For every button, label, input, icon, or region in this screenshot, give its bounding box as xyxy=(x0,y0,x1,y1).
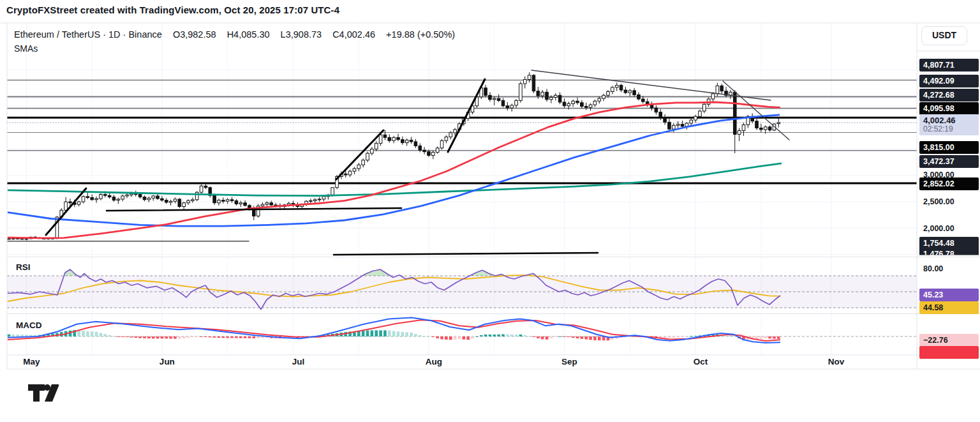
month-label-jun: Jun xyxy=(160,357,175,366)
macd-pane-label[interactable]: MACD xyxy=(16,320,42,330)
price-label: 3,472.37 xyxy=(919,155,979,168)
price-label: 2,852.02 xyxy=(919,177,979,190)
price-label: 2,500.00 xyxy=(919,195,979,208)
month-label-oct: Oct xyxy=(694,357,708,366)
ohlc-change: +19.88 (+0.50%) xyxy=(386,29,455,40)
price-label: −22.76 xyxy=(919,334,979,347)
chart-legend[interactable]: Ethereum / TetherUS · 1D · Binance O3,98… xyxy=(14,29,463,40)
month-label-aug: Aug xyxy=(426,357,442,366)
month-label-may: May xyxy=(23,357,40,366)
ohlc-low: L3,908.73 xyxy=(281,29,322,40)
last-price-value: 4,002.46 xyxy=(923,116,979,125)
currency-toggle-button[interactable]: USDT xyxy=(921,26,967,45)
credit-line: CryptoFXStreet created with TradingView.… xyxy=(6,4,339,15)
macd-value-badge xyxy=(919,346,979,359)
rsi-pane-label[interactable]: RSI xyxy=(16,262,31,272)
ohlc-close: C4,002.46 xyxy=(332,29,375,40)
ohlc-high: H4,085.30 xyxy=(227,29,270,40)
price-label: 44.58 xyxy=(919,301,979,314)
price-label: 2,000.00 xyxy=(919,222,979,235)
price-label: 45.23 xyxy=(919,289,979,301)
price-label: 4,492.09 xyxy=(919,75,979,87)
last-price-badge: 4,002.4602:52:19 xyxy=(919,114,979,135)
month-label-sep: Sep xyxy=(561,357,577,366)
sma-indicator-legend[interactable]: SMAs xyxy=(14,43,38,54)
ohlc-open: O3,982.58 xyxy=(173,29,216,40)
tradingview-snapshot: CryptoFXStreet created with TradingView.… xyxy=(0,0,980,422)
month-label-jul: Jul xyxy=(292,357,305,366)
price-label: 4,272.68 xyxy=(919,89,979,102)
tradingview-logo-icon xyxy=(0,379,59,409)
symbol-title[interactable]: Ethereum / TetherUS · 1D · Binance xyxy=(14,29,162,40)
month-label-nov: Nov xyxy=(828,357,845,366)
bar-countdown: 02:52:19 xyxy=(923,125,979,133)
price-label: 4,807.71 xyxy=(919,59,979,72)
price-label: 3,815.00 xyxy=(919,141,979,154)
price-label: 80.00 xyxy=(919,262,979,275)
price-label: 4,095.98 xyxy=(919,102,979,115)
